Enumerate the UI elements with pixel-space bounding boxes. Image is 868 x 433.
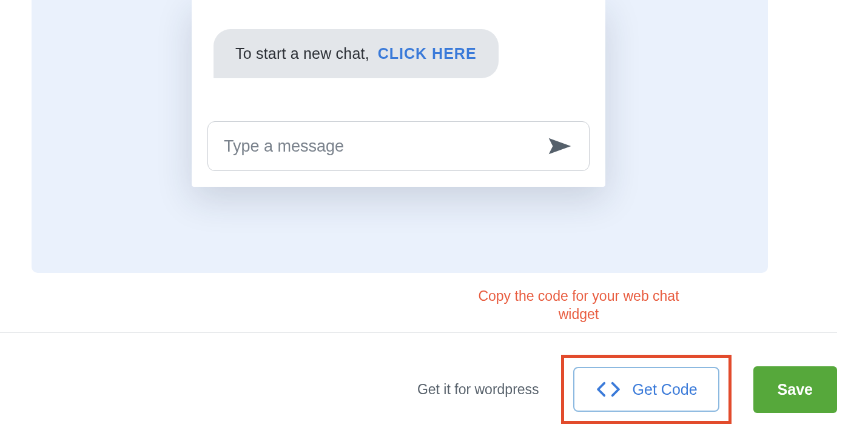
chat-widget-preview: To start a new chat, CLICK HERE [192,0,605,187]
send-icon [548,136,572,156]
wordpress-link[interactable]: Get it for wordpress [417,381,539,398]
save-button[interactable]: Save [753,366,837,413]
helper-text: Copy the code for your web chat widget [473,287,684,324]
chat-input-row [207,121,590,171]
getcode-highlight-box: Get Code [561,355,732,424]
chat-bubble: To start a new chat, CLICK HERE [214,29,499,78]
message-input[interactable] [224,137,544,156]
chat-bubble-text: To start a new chat, [235,45,369,62]
code-icon [595,380,622,398]
chat-body: To start a new chat, CLICK HERE [207,15,590,171]
send-button[interactable] [544,132,576,160]
get-code-label: Get Code [633,381,698,398]
chat-bubble-link[interactable]: CLICK HERE [378,45,477,62]
get-code-button[interactable]: Get Code [573,367,719,412]
footer-divider [0,332,837,333]
footer-actions: Get it for wordpress Get Code Save [0,355,837,424]
chat-messages: To start a new chat, CLICK HERE [207,15,590,107]
